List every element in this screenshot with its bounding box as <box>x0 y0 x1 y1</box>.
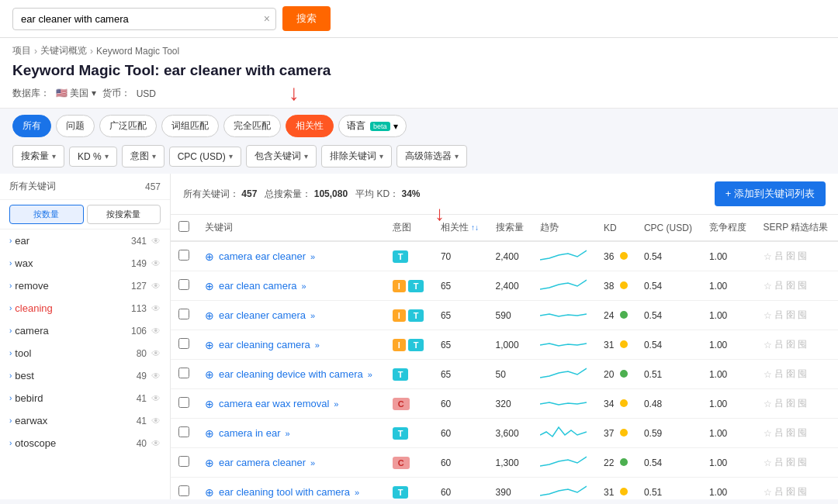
search-clear-icon[interactable]: × <box>264 12 270 25</box>
sidebar-item[interactable]: › otoscope 40 👁 <box>0 432 170 454</box>
filter-intent[interactable]: 意图 ▾ <box>122 145 164 167</box>
eye-icon[interactable]: 👁 <box>151 416 161 426</box>
eye-icon[interactable]: 👁 <box>151 438 161 449</box>
eye-icon[interactable]: 👁 <box>151 326 161 337</box>
keyword-link[interactable]: ear cleaning tool with camera <box>219 486 350 498</box>
action-icon[interactable]: 囤 <box>798 338 807 351</box>
action-icon[interactable]: 囤 <box>798 456 807 469</box>
keyword-link[interactable]: camera ear cleaner <box>219 250 306 262</box>
action-icon[interactable]: 囤 <box>798 426 807 440</box>
eye-icon[interactable]: 👁 <box>151 393 161 404</box>
keyword-link[interactable]: ear clean camera <box>219 280 296 292</box>
action-icon[interactable]: 囹 <box>786 397 795 410</box>
keyword-add-icon[interactable]: ⊕ <box>205 427 214 440</box>
row-checkbox[interactable] <box>178 338 189 349</box>
filter-advanced[interactable]: 高级筛选器 ▾ <box>396 145 467 167</box>
action-icon[interactable]: ☆ <box>764 251 772 262</box>
row-checkbox[interactable] <box>178 309 189 319</box>
keyword-expand-icon[interactable]: » <box>310 458 315 468</box>
search-button[interactable]: 搜索 <box>282 6 331 31</box>
action-icon[interactable]: 囤 <box>798 309 807 322</box>
tab-all[interactable]: 所有 <box>12 115 51 137</box>
keyword-link[interactable]: ear cleaning camera <box>219 339 310 350</box>
action-icon[interactable]: 囤 <box>798 397 807 410</box>
sidebar-item[interactable]: › earwax 41 👁 <box>0 409 170 432</box>
select-all-checkbox[interactable] <box>178 221 189 232</box>
keyword-add-icon[interactable]: ⊕ <box>205 486 214 499</box>
action-icon[interactable]: ☆ <box>764 340 772 350</box>
sidebar-item[interactable]: › ear 341 👁 <box>0 230 170 252</box>
eye-icon[interactable]: 👁 <box>151 236 161 247</box>
sidebar-item[interactable]: › best 49 👁 <box>0 364 170 387</box>
action-icon[interactable]: 囹 <box>786 426 795 440</box>
keyword-expand-icon[interactable]: » <box>285 429 289 438</box>
action-icon[interactable]: 囤 <box>798 485 807 499</box>
sidebar-sort-volume[interactable]: 按搜索量 <box>87 205 161 224</box>
keyword-add-icon[interactable]: ⊕ <box>205 280 214 292</box>
keyword-expand-icon[interactable]: » <box>310 252 315 261</box>
filter-exclude[interactable]: 排除关键词 ▾ <box>321 145 392 167</box>
sidebar-item[interactable]: › bebird 41 👁 <box>0 387 170 409</box>
action-icon[interactable]: 吕 <box>774 250 784 263</box>
sidebar-item[interactable]: › cleaning 113 👁 <box>0 297 170 319</box>
row-checkbox[interactable] <box>178 250 189 261</box>
action-icon[interactable]: ☆ <box>764 399 772 409</box>
country-flag[interactable]: 🇺🇸 美国 ▾ <box>56 87 96 100</box>
tab-questions[interactable]: 问题 <box>56 115 95 137</box>
action-icon[interactable]: 囤 <box>798 250 807 263</box>
keyword-expand-icon[interactable]: » <box>315 340 320 350</box>
action-icon[interactable]: ☆ <box>764 428 772 439</box>
filter-volume[interactable]: 搜索量 ▾ <box>12 145 64 167</box>
keyword-expand-icon[interactable]: » <box>368 370 372 379</box>
row-checkbox[interactable] <box>178 397 189 408</box>
action-icon[interactable]: ☆ <box>764 487 772 498</box>
row-checkbox[interactable] <box>178 279 189 290</box>
sidebar-item[interactable]: › wax 149 👁 <box>0 252 170 274</box>
keyword-expand-icon[interactable]: » <box>310 311 315 320</box>
keyword-link[interactable]: ear cleaning device with camera <box>219 368 363 380</box>
keyword-expand-icon[interactable]: » <box>334 399 338 409</box>
action-icon[interactable]: 囹 <box>786 485 795 499</box>
filter-include[interactable]: 包含关键词 ▾ <box>246 145 317 167</box>
tab-phrase[interactable]: 词组匹配 <box>161 115 219 137</box>
eye-icon[interactable]: 👁 <box>151 303 161 314</box>
tab-broad[interactable]: 广泛匹配 <box>99 115 157 137</box>
action-icon[interactable]: 吕 <box>774 456 784 469</box>
eye-icon[interactable]: 👁 <box>151 348 161 359</box>
action-icon[interactable]: 囤 <box>798 368 807 381</box>
keyword-link[interactable]: ear cleaner camera <box>219 309 306 321</box>
action-icon[interactable]: 囹 <box>786 279 795 292</box>
action-icon[interactable]: 吕 <box>774 485 784 499</box>
breadcrumb-projects[interactable]: 项目 <box>12 44 31 57</box>
action-icon[interactable]: 吕 <box>774 426 784 440</box>
sidebar-sort-count[interactable]: 按数量 <box>9 205 84 224</box>
tab-language[interactable]: 语言 beta ▾ <box>338 115 407 137</box>
row-checkbox[interactable] <box>178 426 189 437</box>
keyword-add-icon[interactable]: ⊕ <box>205 250 214 263</box>
filter-cpc[interactable]: CPC (USD) ▾ <box>169 147 241 167</box>
keyword-link[interactable]: ear camera cleaner <box>219 457 306 468</box>
eye-icon[interactable]: 👁 <box>151 258 161 269</box>
action-icon[interactable]: 吕 <box>774 397 784 410</box>
keyword-expand-icon[interactable]: » <box>355 488 359 497</box>
action-icon[interactable]: ☆ <box>764 310 772 321</box>
action-icon[interactable]: ☆ <box>764 369 772 380</box>
keyword-add-icon[interactable]: ⊕ <box>205 368 214 381</box>
col-volume[interactable]: 搜索量 <box>488 215 532 241</box>
action-icon[interactable]: 囹 <box>786 309 795 322</box>
action-icon[interactable]: ☆ <box>764 457 772 468</box>
action-icon[interactable]: 囹 <box>786 338 795 351</box>
keyword-expand-icon[interactable]: » <box>301 281 306 291</box>
action-icon[interactable]: 囤 <box>798 279 807 292</box>
action-icon[interactable]: 吕 <box>774 368 784 381</box>
add-to-list-button[interactable]: + 添加到关键词列表 <box>715 181 826 206</box>
keyword-add-icon[interactable]: ⊕ <box>205 457 214 469</box>
action-icon[interactable]: 吕 <box>774 338 784 351</box>
search-input[interactable] <box>12 8 276 30</box>
action-icon[interactable]: 吕 <box>774 279 784 292</box>
filter-kd[interactable]: KD % ▾ <box>69 147 117 167</box>
row-checkbox[interactable] <box>178 485 189 496</box>
eye-icon[interactable]: 👁 <box>151 281 161 292</box>
sidebar-item[interactable]: › remove 127 👁 <box>0 274 170 297</box>
action-icon[interactable]: 囹 <box>786 368 795 381</box>
